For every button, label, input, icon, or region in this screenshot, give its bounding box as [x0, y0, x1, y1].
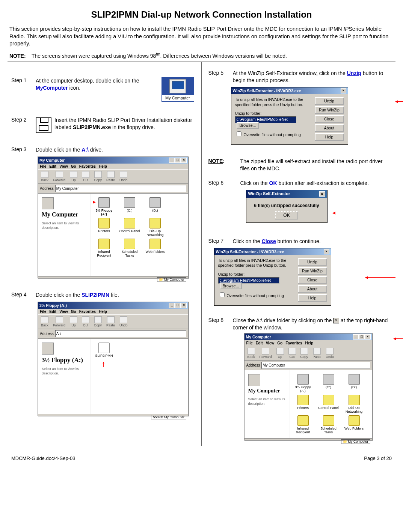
close-icon: × [181, 158, 187, 163]
mycomputer-window-2: My Computer_□× FileEditViewGoFavoritesHe… [244, 333, 373, 440]
slip2ipmn-file-icon: SLIP2IPMN ↑ [93, 343, 115, 358]
page-footer: MDCMR-Guide.doc\4-Sep-03 Page 3 of 20 [9, 455, 394, 461]
red-arrow-icon [365, 277, 395, 278]
floppy-drive-icon: 3½ Floppy (A:) [93, 197, 115, 216]
intro-paragraph: This section provides step-by-step instr… [9, 26, 394, 48]
ok-button: OK [275, 211, 298, 219]
inline-note: NOTE: The zipped file will self-extract … [208, 158, 392, 172]
page-title: SLIP2IPMN Dial-up Network Connection Ins… [9, 9, 394, 20]
step-4: Step 4 Double click on the SLIP2IPMN fil… [11, 292, 194, 299]
close-button-highlighted: Close [298, 276, 327, 284]
step-3: Step 3 Double click on the A:\ drive. [11, 146, 194, 153]
runwinzip-button: Run WinZip [315, 106, 344, 114]
red-arrow-up-icon: ↑ [101, 361, 106, 367]
floppy-icon [36, 117, 51, 133]
step-7: Step 7 Click on the Close button to cont… [208, 238, 392, 245]
step-1: Step 1 My Computer At the computer deskt… [11, 77, 194, 102]
maximize-icon: □ [175, 158, 181, 163]
red-arrow-icon [394, 338, 403, 339]
red-arrow-icon [80, 202, 95, 202]
note-line: NOTE: The screens shown were captured us… [9, 52, 394, 59]
close-button: Close [315, 115, 344, 123]
minimize-icon: _ [169, 158, 175, 163]
panel-icon [42, 197, 54, 209]
footer-right: Page 3 of 20 [364, 455, 392, 461]
step-5: Step 5 At the WinZip Self-Extractor wind… [208, 70, 392, 84]
menu-bar: FileEditViewGoFavoritesHelp [38, 164, 188, 169]
computer-icon [169, 79, 186, 93]
mycomputer-window: My Computer_□× FileEditViewGoFavoritesHe… [38, 156, 189, 278]
address-input [55, 185, 186, 192]
help-button: Help [315, 133, 344, 141]
step-6: Step 6 Click on the OK button after self… [208, 180, 392, 187]
about-button: About [315, 124, 344, 132]
footer-left: MDCMR-Guide.doc\4-Sep-03 [11, 455, 75, 461]
close-icon-highlighted: × [365, 334, 371, 340]
floppy-window: 3½ Floppy (A:)_□× FileEditViewGoFavorite… [38, 302, 189, 416]
step-8: Step 8 Close the A:\ drive folder by cli… [208, 317, 392, 331]
close-x-icon: × [333, 318, 339, 323]
red-arrow-icon [395, 101, 403, 102]
winzip-extractor-dialog: WinZip Self-Extractor - INVADR2.exe× To … [231, 87, 348, 145]
toolbar: Back Forward Up Cut Copy Paste Undo [38, 169, 188, 184]
winzip-extractor-dialog-2: WinZip Self-Extractor - INVADR2.exe× To … [214, 248, 331, 306]
mycomputer-desktop-icon: My Computer [162, 77, 194, 102]
step-2: Step 2 Insert the IPMN Radio SLIP Port D… [11, 117, 194, 133]
red-arrow-icon [333, 213, 348, 213]
browse-button: Browse... [237, 122, 259, 129]
unzip-button: Unzip [315, 97, 344, 105]
success-dialog: WinZip Self-Extractor× 6 file(s) unzippe… [246, 190, 328, 223]
